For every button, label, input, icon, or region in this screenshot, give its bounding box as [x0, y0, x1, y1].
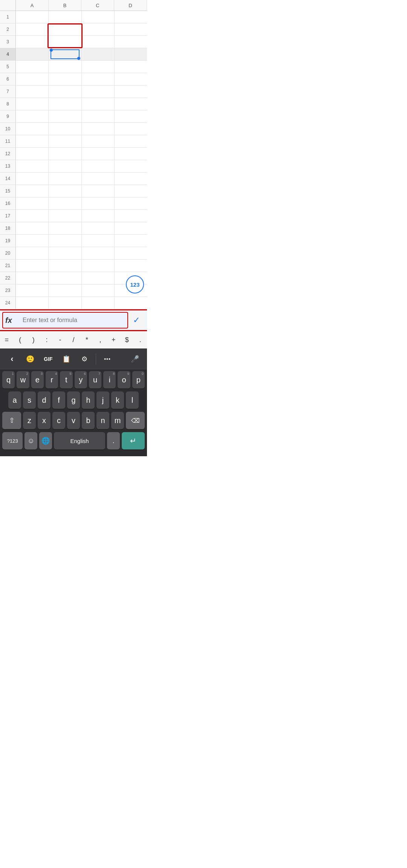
- cell-b12[interactable]: [49, 148, 81, 160]
- cell-a18[interactable]: [16, 222, 49, 234]
- cell-c2[interactable]: [82, 23, 115, 35]
- cell-a19[interactable]: [16, 235, 49, 247]
- cell-c1[interactable]: [82, 11, 115, 23]
- cell-b3[interactable]: [49, 36, 81, 48]
- emoji-key[interactable]: ☺: [24, 432, 37, 449]
- special-char-comma[interactable]: ,: [93, 334, 107, 346]
- cell-d12[interactable]: [115, 148, 147, 160]
- cell-b4-selected[interactable]: [49, 48, 81, 60]
- key-j[interactable]: j: [96, 391, 109, 409]
- cell-d2[interactable]: [115, 23, 147, 35]
- cell-d3[interactable]: [115, 36, 147, 48]
- cell-b5[interactable]: [49, 61, 81, 73]
- cell-a10[interactable]: [16, 123, 49, 135]
- key-f[interactable]: f: [52, 391, 65, 409]
- key-b[interactable]: b: [82, 412, 95, 429]
- cell-c19[interactable]: [82, 235, 115, 247]
- key-v[interactable]: v: [67, 412, 80, 429]
- cell-a22[interactable]: [16, 272, 49, 284]
- key-k[interactable]: k: [111, 391, 124, 409]
- cell-a7[interactable]: [16, 86, 49, 98]
- key-n[interactable]: n: [96, 412, 109, 429]
- cell-d7[interactable]: [115, 86, 147, 98]
- cell-b13[interactable]: [49, 160, 81, 172]
- cell-c15[interactable]: [82, 185, 115, 197]
- keyboard-back-button[interactable]: ‹: [4, 351, 20, 367]
- cell-c4[interactable]: [82, 48, 115, 60]
- cell-b9[interactable]: [49, 110, 81, 122]
- cell-b20[interactable]: [49, 247, 81, 259]
- keyboard-clipboard-button[interactable]: 📋: [58, 351, 75, 367]
- cell-c7[interactable]: [82, 86, 115, 98]
- key-p[interactable]: 0p: [132, 371, 145, 388]
- key-r[interactable]: 4r: [46, 371, 58, 388]
- cell-d21[interactable]: [115, 260, 147, 272]
- cell-b1[interactable]: [49, 11, 81, 23]
- cell-c8[interactable]: [82, 98, 115, 110]
- space-key[interactable]: English: [54, 432, 105, 449]
- key-t[interactable]: 5t: [60, 371, 72, 388]
- key-c[interactable]: c: [52, 412, 65, 429]
- cell-c3[interactable]: [82, 36, 115, 48]
- cell-a9[interactable]: [16, 110, 49, 122]
- cell-c24[interactable]: [82, 297, 115, 309]
- cell-b14[interactable]: [49, 173, 81, 185]
- cell-d17[interactable]: [115, 210, 147, 222]
- key-i[interactable]: 8i: [103, 371, 116, 388]
- cell-a6[interactable]: [16, 73, 49, 85]
- key-l[interactable]: l: [126, 391, 139, 409]
- cell-a13[interactable]: [16, 160, 49, 172]
- key-y[interactable]: 6y: [75, 371, 87, 388]
- num-sym-key[interactable]: ?123: [2, 432, 23, 449]
- col-header-a[interactable]: A: [16, 0, 49, 11]
- special-char-open-paren[interactable]: (: [13, 334, 26, 346]
- key-x[interactable]: x: [38, 412, 50, 429]
- keyboard-gif-button[interactable]: GIF: [40, 351, 57, 367]
- cell-b23[interactable]: [49, 284, 81, 296]
- col-header-d[interactable]: D: [114, 0, 147, 11]
- shift-key[interactable]: ⇧: [2, 412, 21, 429]
- cell-a23[interactable]: [16, 284, 49, 296]
- cell-a5[interactable]: [16, 61, 49, 73]
- key-o[interactable]: 9o: [118, 371, 130, 388]
- cell-d15[interactable]: [115, 185, 147, 197]
- cell-c16[interactable]: [82, 197, 115, 209]
- cell-b21[interactable]: [49, 260, 81, 272]
- cell-c21[interactable]: [82, 260, 115, 272]
- cell-b6[interactable]: [49, 73, 81, 85]
- cell-c11[interactable]: [82, 135, 115, 147]
- cell-c13[interactable]: [82, 160, 115, 172]
- cell-c10[interactable]: [82, 123, 115, 135]
- cell-b15[interactable]: [49, 185, 81, 197]
- cell-c14[interactable]: [82, 173, 115, 185]
- cell-b16[interactable]: [49, 197, 81, 209]
- cell-d24[interactable]: [115, 297, 147, 309]
- special-char-close-paren[interactable]: ): [27, 334, 40, 346]
- cell-c20[interactable]: [82, 247, 115, 259]
- cell-a2[interactable]: [16, 23, 49, 35]
- cell-d1[interactable]: [115, 11, 147, 23]
- cell-b17[interactable]: [49, 210, 81, 222]
- key-h[interactable]: h: [82, 391, 95, 409]
- cell-c5[interactable]: [82, 61, 115, 73]
- cell-d4[interactable]: [115, 48, 147, 60]
- cell-a4[interactable]: [16, 48, 49, 60]
- cell-d23[interactable]: 123: [115, 284, 147, 296]
- cell-d20[interactable]: [115, 247, 147, 259]
- special-char-colon[interactable]: :: [40, 334, 53, 346]
- cell-b10[interactable]: [49, 123, 81, 135]
- cell-d5[interactable]: [115, 61, 147, 73]
- cell-b7[interactable]: [49, 86, 81, 98]
- cell-c9[interactable]: [82, 110, 115, 122]
- cell-d6[interactable]: [115, 73, 147, 85]
- cell-b8[interactable]: [49, 98, 81, 110]
- key-m[interactable]: m: [111, 412, 124, 429]
- cell-a17[interactable]: [16, 210, 49, 222]
- key-z[interactable]: z: [23, 412, 36, 429]
- period-key[interactable]: .: [107, 432, 120, 449]
- cell-b24[interactable]: [49, 297, 81, 309]
- cell-a20[interactable]: [16, 247, 49, 259]
- confirm-formula-button[interactable]: ✓: [128, 312, 145, 329]
- key-q[interactable]: 1q: [2, 371, 15, 388]
- cell-b11[interactable]: [49, 135, 81, 147]
